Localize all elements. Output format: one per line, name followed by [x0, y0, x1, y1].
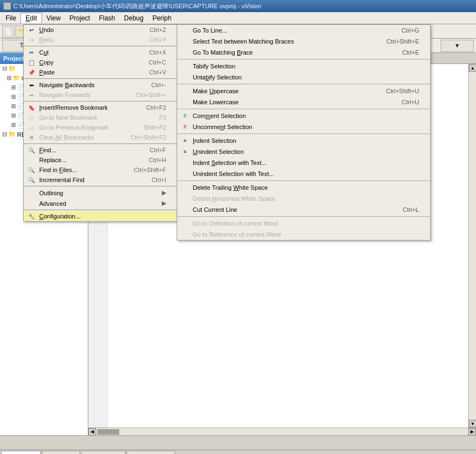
scrollbar-down[interactable]: ▼: [469, 420, 476, 428]
ctx-sep-5: [177, 180, 430, 181]
ctx-goto-brace[interactable]: Go To Matching Brace Ctrl+E: [177, 47, 430, 58]
config-icon: 🔧: [27, 212, 36, 221]
menu-find[interactable]: 🔍 Find... Ctrl+F: [24, 145, 177, 155]
prev-bookmark-label: Go to Previous Bookmark: [39, 124, 108, 131]
tab-functions[interactable]: {} Functions: [81, 451, 125, 454]
unindent-icon: ≡: [181, 147, 189, 156]
menu-periph[interactable]: Periph: [148, 13, 176, 23]
ctx-goto-ref[interactable]: Go to Reference of current Word: [177, 229, 430, 240]
horizontal-scrollbar[interactable]: ◀ ▶: [88, 428, 476, 435]
ctx-lowercase[interactable]: Make Lowercase Ctrl+U: [177, 97, 430, 108]
ctx-tabify[interactable]: Tabify Selection: [177, 61, 430, 72]
redo-icon: ↪: [27, 35, 36, 44]
redo-label: Redo: [39, 36, 54, 43]
ctx-indent-text[interactable]: Indent Selection with Text...: [177, 157, 430, 168]
status-bar: [0, 435, 476, 450]
menu-clear-bookmarks[interactable]: ✖ Clear All Bookmarks Ctrl+Shift+F2: [24, 132, 177, 142]
menu-insert-bookmark[interactable]: 🔖 Insert/Remove Bookmark Ctrl+F2: [24, 103, 177, 113]
expand-icon-syscfg: ⊞: [11, 112, 16, 119]
menu-debug[interactable]: Debug: [120, 13, 148, 23]
ctx-select-braces[interactable]: Select Text between Matching Braces Ctrl…: [177, 36, 430, 47]
sep-6: [24, 210, 177, 210]
nav-back-shortcut: Ctrl+-: [151, 82, 166, 88]
hscroll-thumb[interactable]: [97, 429, 119, 435]
ctx-untabify[interactable]: Untabify Selection: [177, 72, 430, 83]
edit-menu-dropdown[interactable]: ↩ Undo Ctrl+Z ↪ Redo Ctrl+Y ✂ Cut Ctrl+X…: [23, 24, 178, 222]
ctx-cut-line[interactable]: Cut Current Line Ctrl+L: [177, 204, 430, 215]
hscroll-left[interactable]: ◀: [88, 428, 96, 436]
prev-bookmark-shortcut: Shift+F2: [144, 124, 166, 131]
menu-copy[interactable]: 📋 Copy Ctrl+C: [24, 57, 177, 67]
menu-nav-back[interactable]: ⬅ Navigate Backwards Ctrl+-: [24, 80, 177, 90]
window-title: C:\Users\Administrator\Desktop\小车代码\四路超声…: [13, 2, 261, 10]
menu-undo[interactable]: ↩ Undo Ctrl+Z: [24, 25, 177, 35]
menu-flash[interactable]: Flash: [94, 13, 119, 23]
scrollbar-up[interactable]: ▲: [469, 64, 476, 72]
outlining-label: Outlining: [39, 190, 63, 196]
undo-shortcut: Ctrl+Z: [150, 26, 166, 33]
ctx-unindent[interactable]: ≡ Unindent Selection: [177, 146, 430, 157]
expand-icon-tim: ⊞: [11, 103, 16, 110]
ctx-tabify-label: Tabify Selection: [193, 63, 235, 70]
scroll-btn[interactable]: ▼: [441, 40, 474, 52]
menu-replace[interactable]: Replace... Ctrl+H: [24, 155, 177, 165]
tab-templates[interactable]: ⬜ Templates: [126, 451, 175, 454]
paste-shortcut: Ctrl+V: [149, 69, 166, 76]
folder-icon-readme: 📁: [8, 131, 16, 138]
advanced-label: Advanced: [39, 200, 66, 207]
menu-paste[interactable]: 📌 Paste Ctrl+V: [24, 67, 177, 77]
new-btn[interactable]: 📄: [2, 25, 14, 38]
ctx-del-horizontal[interactable]: Delete Horizontal White Space: [177, 193, 430, 204]
ctx-sep-4: [177, 133, 430, 134]
menu-find-files[interactable]: 🔍 Find in Files... Ctrl+Shift+F: [24, 165, 177, 175]
menu-cut[interactable]: ✂ Cut Ctrl+X: [24, 47, 177, 57]
ctx-unindent-text-label: Unindent Selection with Text...: [193, 170, 274, 177]
find-files-icon: 🔍: [27, 165, 36, 174]
ctx-sep-1: [177, 59, 430, 60]
find-files-shortcut: Ctrl+Shift+F: [134, 167, 166, 173]
tab-project[interactable]: ▦ Project: [1, 451, 41, 454]
collapse-icon: ⊟: [2, 65, 7, 72]
menu-view[interactable]: View: [42, 13, 65, 23]
expand-icon-usart: ⊞: [11, 93, 16, 100]
menu-nav-fwd[interactable]: ➡ Navigate Forwards Ctrl+Shift+-: [24, 90, 177, 100]
ctx-select-braces-label: Select Text between Matching Braces: [193, 38, 294, 45]
ctx-comment[interactable]: // Comment Selection: [177, 110, 430, 121]
nav-fwd-label: Navigate Forwards: [39, 92, 90, 98]
menu-bar: File Edit View Project Flash Debug Perip…: [0, 12, 476, 24]
cut-label: Cut: [39, 49, 49, 56]
ctx-unindent-text[interactable]: Unindent Selection with Text...: [177, 168, 430, 179]
sep-4: [24, 143, 177, 144]
hscroll-right[interactable]: ▶: [468, 428, 476, 436]
ctx-comment-label: Comment Selection: [193, 113, 246, 119]
ctx-del-trailing[interactable]: Delete Trailing White Space: [177, 182, 430, 193]
advanced-icon: [27, 199, 36, 208]
menu-outlining[interactable]: Outlining ▶: [24, 188, 177, 198]
menu-edit[interactable]: Edit: [20, 13, 42, 23]
menu-configuration[interactable]: 🔧 Configuration...: [24, 211, 177, 221]
nav-back-label: Navigate Backwards: [39, 82, 94, 88]
menu-file[interactable]: File: [1, 13, 20, 23]
vertical-scrollbar[interactable]: ▲ ▼: [468, 64, 476, 428]
menu-prev-bookmark[interactable]: ◁ Go to Previous Bookmark Shift+F2: [24, 122, 177, 132]
replace-icon: [27, 156, 36, 164]
context-menu-dropdown[interactable]: Go To Line... Ctrl+G Select Text between…: [177, 24, 431, 241]
menu-project[interactable]: Project: [65, 13, 94, 23]
root-folder-icon: 📁: [8, 65, 16, 72]
find-files-label: Find in Files...: [39, 167, 77, 173]
app-icon: [3, 2, 11, 10]
ctx-uppercase[interactable]: Make Uppercase Ctrl+Shift+U: [177, 86, 430, 97]
cut-shortcut: Ctrl+X: [149, 49, 166, 56]
ctx-goto-line[interactable]: Go To Line... Ctrl+G: [177, 25, 430, 36]
menu-redo[interactable]: ↪ Redo Ctrl+Y: [24, 35, 177, 45]
menu-next-bookmark[interactable]: ▷ Go to Next Bookmark F2: [24, 113, 177, 122]
ctx-uppercase-shortcut: Ctrl+Shift+U: [386, 88, 419, 94]
ctx-uncomment[interactable]: // Uncomment Selection: [177, 121, 430, 132]
menu-advanced[interactable]: Advanced ▶: [24, 198, 177, 209]
ctx-goto-def[interactable]: Go to Definition of current Word: [177, 218, 430, 229]
outlining-icon: [27, 189, 36, 197]
insert-bookmark-label: Insert/Remove Bookmark: [39, 104, 108, 111]
tab-books[interactable]: 📖 Books: [42, 451, 80, 454]
ctx-indent[interactable]: ≡ Indent Selection: [177, 135, 430, 146]
menu-inc-find[interactable]: 🔍 Incremental Find Ctrl+I: [24, 175, 177, 185]
